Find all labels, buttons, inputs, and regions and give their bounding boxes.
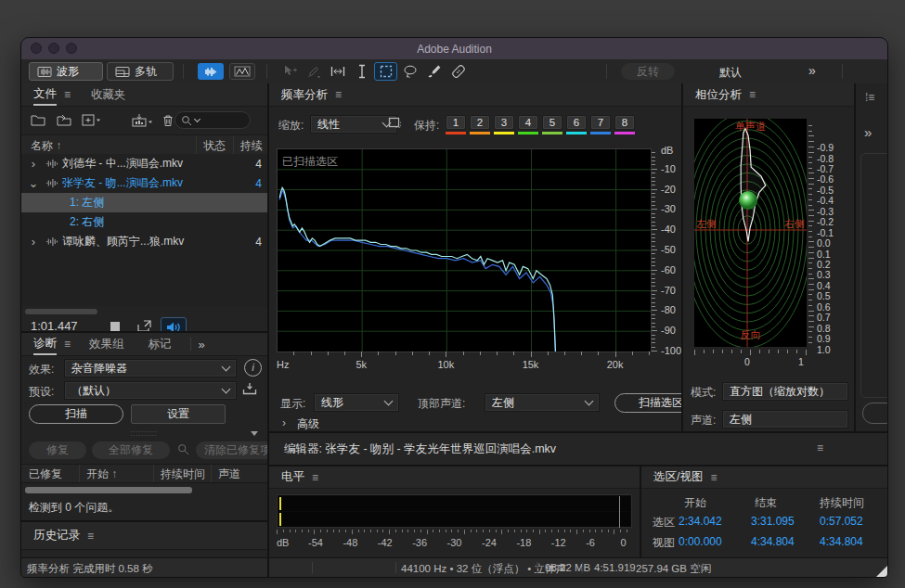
zoom-dropdown[interactable]: 线性 bbox=[310, 115, 397, 134]
move-tool[interactable] bbox=[278, 62, 301, 81]
hold-label: 保持: bbox=[414, 118, 439, 134]
cutoff-pill-button[interactable] bbox=[862, 403, 887, 424]
hold-button-1[interactable]: 1 bbox=[446, 115, 466, 130]
chevron-right-icon[interactable]: › bbox=[21, 235, 45, 249]
minimize-button[interactable] bbox=[48, 43, 59, 54]
repair-all-button[interactable]: 全部修复 bbox=[92, 441, 170, 459]
horizontal-scrollbar[interactable] bbox=[25, 487, 192, 493]
workspace-selector[interactable]: 默认 bbox=[719, 65, 742, 81]
lasso-selection-tool[interactable] bbox=[398, 62, 421, 81]
new-item-icon[interactable] bbox=[82, 114, 100, 126]
tab-selection-view[interactable]: 选区/视图 bbox=[653, 469, 703, 485]
close-button[interactable] bbox=[31, 43, 42, 54]
panel-menu-icon[interactable]: ≡ bbox=[87, 530, 94, 543]
advanced-toggle[interactable]: 高级 bbox=[297, 416, 319, 431]
show-spectral-toggle[interactable] bbox=[229, 63, 255, 80]
info-icon[interactable]: i bbox=[244, 359, 262, 377]
scan-selection-button[interactable]: 扫描选区 bbox=[614, 393, 681, 413]
settings-button[interactable]: 设置 bbox=[131, 404, 226, 424]
batch-export-icon[interactable] bbox=[132, 114, 152, 127]
marquee-selection-tool[interactable] bbox=[374, 62, 397, 81]
mode-dropdown[interactable]: 直方图（缩放对数） bbox=[722, 382, 848, 401]
file-row[interactable]: ⌄张学友 - 吻...演唱会.mkv4 bbox=[21, 173, 267, 193]
channel-row[interactable]: 2: 右侧 bbox=[21, 212, 267, 232]
collapsed-panel-tab[interactable] bbox=[860, 153, 887, 398]
paintbrush-selection-tool[interactable] bbox=[422, 62, 446, 81]
repair-button[interactable]: 修复 bbox=[29, 441, 86, 459]
panel-menu-icon[interactable]: ≡ bbox=[312, 471, 318, 484]
channel-row[interactable]: 1: 左侧 bbox=[21, 193, 267, 212]
preset-dropdown[interactable]: （默认） bbox=[64, 381, 237, 400]
hold-button-3[interactable]: 3 bbox=[494, 115, 514, 130]
loop-play-button[interactable] bbox=[136, 319, 152, 331]
save-preset-icon[interactable] bbox=[242, 382, 257, 395]
tab-frequency-analysis[interactable]: 频率分析 bbox=[281, 87, 328, 103]
tab-markers[interactable]: 标记 bbox=[149, 337, 172, 352]
hold-button-2[interactable]: 2 bbox=[470, 115, 490, 130]
level-meter[interactable] bbox=[277, 494, 632, 528]
workspace-overflow-chevron[interactable]: » bbox=[808, 63, 814, 78]
collapse-triangle-icon[interactable] bbox=[251, 431, 258, 436]
multitrack-button[interactable]: 多轨 bbox=[107, 62, 174, 81]
tab-files[interactable]: 文件 bbox=[33, 86, 57, 104]
effect-dropdown[interactable]: 杂音降噪器 bbox=[64, 359, 237, 377]
panel-menu-icon[interactable]: ⁞≡ bbox=[865, 91, 874, 104]
panel-menu-icon[interactable]: ≡ bbox=[749, 88, 756, 101]
spot-healing-brush-tool[interactable] bbox=[446, 62, 470, 81]
column-divider[interactable] bbox=[196, 135, 197, 154]
db-tick-label: -80 bbox=[661, 304, 676, 315]
clear-repaired-button[interactable]: 清除已修复项 bbox=[196, 441, 267, 459]
time-selection-tool[interactable] bbox=[350, 62, 373, 81]
slip-tool[interactable] bbox=[326, 62, 349, 81]
waveform-editor-button[interactable]: 波形 bbox=[29, 62, 103, 81]
razor-tool[interactable] bbox=[302, 62, 325, 81]
panel-menu-icon[interactable]: ≡ bbox=[817, 441, 823, 454]
tab-levels[interactable]: 电平 bbox=[281, 469, 304, 485]
search-input[interactable] bbox=[175, 111, 251, 129]
import-file-icon[interactable] bbox=[56, 114, 72, 126]
trash-icon[interactable] bbox=[162, 114, 175, 127]
panel-menu-icon[interactable]: ≡ bbox=[710, 471, 717, 484]
show-waveform-toggle[interactable] bbox=[198, 63, 224, 80]
panel-overflow-chevron[interactable]: » bbox=[199, 338, 203, 352]
file-row[interactable]: ›刘德华 - 中...演唱会.mkv4 bbox=[21, 154, 267, 173]
advanced-chevron-icon[interactable]: › bbox=[282, 416, 286, 429]
hold-button-6[interactable]: 6 bbox=[566, 115, 587, 130]
panel-menu-icon[interactable]: ≡ bbox=[64, 338, 71, 351]
frequency-plot[interactable] bbox=[277, 148, 652, 352]
resize-grip[interactable] bbox=[876, 566, 887, 577]
drag-handle[interactable]: ∙∙∙∙∙∙∙∙∙∙∙∙∙∙∙∙∙∙∙∙ bbox=[131, 429, 158, 437]
files-column-header[interactable]: 名称 ↑ 状态 持续 bbox=[21, 134, 267, 155]
hold-button-8[interactable]: 8 bbox=[614, 115, 635, 130]
invert-button[interactable]: 反转 bbox=[621, 63, 675, 80]
panel-menu-icon[interactable]: ≡ bbox=[335, 88, 342, 101]
file-row[interactable]: ›谭咏麟、顾芮宁...狼.mkv4 bbox=[21, 232, 267, 251]
horizontal-scrollbar[interactable] bbox=[25, 309, 97, 314]
tab-history[interactable]: 历史记录 bbox=[33, 528, 80, 543]
stop-button[interactable] bbox=[110, 322, 120, 331]
title-bar[interactable]: Adobe Audition bbox=[21, 38, 887, 59]
column-divider[interactable] bbox=[233, 135, 234, 154]
issues-column-header[interactable]: 已修复 开始 ↑ 持续时间 声道 bbox=[21, 464, 267, 483]
zoom-button[interactable] bbox=[66, 43, 77, 54]
chevron-down-icon[interactable]: ⌄ bbox=[21, 176, 45, 190]
hold-button-4[interactable]: 4 bbox=[518, 115, 538, 130]
magnify-results-icon[interactable] bbox=[177, 443, 189, 455]
display-dropdown[interactable]: 线形 bbox=[314, 393, 399, 412]
chevron-right-icon[interactable]: › bbox=[21, 157, 45, 171]
expand-panels-chevron[interactable]: » bbox=[864, 124, 870, 140]
channel-dropdown[interactable]: 左侧 bbox=[722, 410, 848, 428]
panel-menu-icon[interactable]: ≡ bbox=[64, 88, 71, 101]
selection-source-icon[interactable] bbox=[388, 117, 404, 131]
scan-button[interactable]: 扫描 bbox=[29, 404, 123, 424]
hold-button-5[interactable]: 5 bbox=[542, 115, 562, 130]
hold-button-7[interactable]: 7 bbox=[590, 115, 611, 130]
tab-favorites[interactable]: 收藏夹 bbox=[91, 87, 126, 103]
open-file-icon[interactable] bbox=[31, 114, 46, 126]
tab-diagnostics[interactable]: 诊断 bbox=[33, 336, 57, 353]
tab-phase-analysis[interactable]: 相位分析 bbox=[695, 87, 742, 103]
tab-effects-rack[interactable]: 效果组 bbox=[89, 337, 124, 352]
top-channel-dropdown[interactable]: 左侧 bbox=[485, 393, 600, 412]
goniometer-display[interactable]: 单声道 左侧 右侧 反向 bbox=[694, 119, 807, 347]
auto-play-toggle[interactable] bbox=[161, 317, 187, 331]
